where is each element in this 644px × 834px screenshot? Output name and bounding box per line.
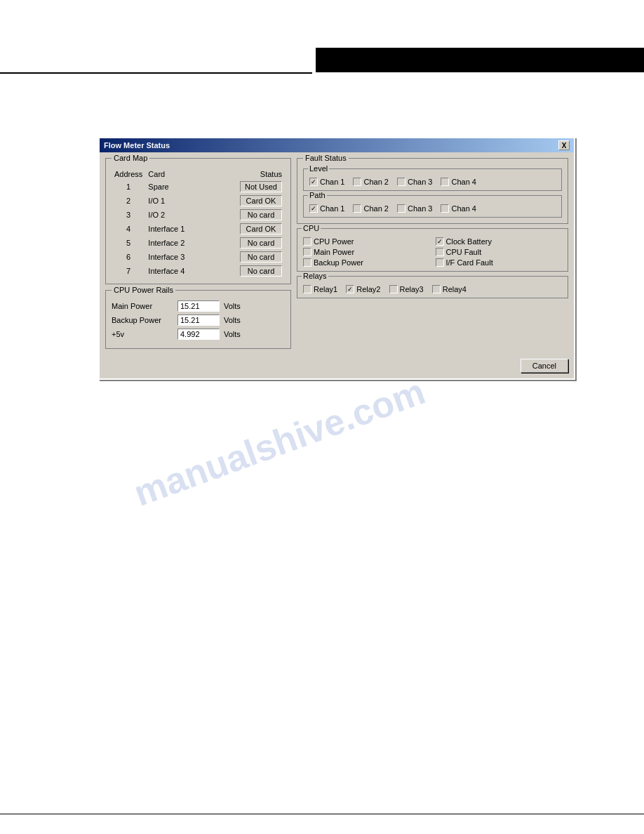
dialog-titlebar: Flow Meter Status X: [100, 138, 574, 152]
cpu-checkbox-item[interactable]: Backup Power: [303, 258, 430, 267]
card-address-1: 2: [112, 194, 145, 208]
card-name-2: I/O 2: [145, 208, 198, 222]
cpu-checkbox-4[interactable]: [303, 258, 311, 267]
chan-label-level-chan-row-3: Chan 4: [451, 178, 476, 186]
card-status-2: No card: [198, 208, 285, 222]
cpu-checkbox-0[interactable]: [303, 237, 311, 246]
table-row: 6 Interface 3 No card: [112, 250, 285, 264]
card-status-6: No card: [198, 264, 285, 278]
checkbox-path-chan-row-0[interactable]: [309, 204, 318, 213]
relay-checkbox-3[interactable]: [432, 285, 441, 293]
chan-label-path-chan-row-0: Chan 1: [320, 204, 344, 213]
checkbox-path-chan-row-1[interactable]: [353, 204, 361, 213]
cpu-checkbox-2[interactable]: [303, 248, 311, 256]
cpu-item-label-2: Main Power: [314, 248, 354, 256]
card-status-1: Card OK: [198, 194, 285, 208]
table-row: 3 I/O 2 No card: [112, 208, 285, 222]
power-unit-1: Volts: [224, 316, 241, 324]
checkbox-path-chan-row-3[interactable]: [441, 204, 449, 213]
cpu-section: CPU CPU Power Clock Battery Main Power C…: [297, 228, 568, 272]
cancel-button[interactable]: Cancel: [521, 359, 568, 373]
checkbox-level-chan-row-3[interactable]: [441, 178, 449, 186]
card-name-3: Interface 1: [145, 222, 198, 236]
chan-label-path-chan-row-2: Chan 3: [408, 204, 432, 213]
right-panel: Fault Status Level Chan 1 Chan 2 Chan 3 …: [297, 158, 568, 349]
dialog-close-button[interactable]: X: [558, 140, 570, 150]
relay-checkbox-item[interactable]: Relay2: [346, 285, 380, 293]
cpu-item-label-0: CPU Power: [314, 237, 354, 246]
checkbox-path-chan-row-2[interactable]: [397, 204, 405, 213]
chan-label-path-chan-row-1: Chan 2: [363, 204, 388, 213]
card-address-3: 4: [112, 222, 145, 236]
col-header-address: Address: [112, 168, 145, 180]
power-input-0[interactable]: [177, 300, 220, 312]
status-button-1: Card OK: [240, 195, 282, 206]
card-address-5: 6: [112, 250, 145, 264]
card-status-3: Card OK: [198, 222, 285, 236]
top-black-bar: [316, 48, 644, 72]
relay-label-0: Relay1: [314, 285, 337, 293]
col-header-status: Status: [198, 168, 285, 180]
relay-checkbox-item[interactable]: Relay1: [303, 285, 337, 293]
cpu-checkbox-item[interactable]: Clock Battery: [436, 237, 563, 246]
power-label-1: Backup Power: [112, 316, 175, 324]
chan-label-level-chan-row-1: Chan 2: [363, 178, 388, 186]
checkbox-item[interactable]: Chan 4: [441, 178, 476, 186]
dialog-title: Flow Meter Status: [104, 141, 170, 150]
checkbox-item[interactable]: Chan 1: [309, 178, 344, 186]
level-group: Level Chan 1 Chan 2 Chan 3 Chan 4: [303, 168, 562, 191]
checkbox-item[interactable]: Chan 2: [353, 178, 388, 186]
card-name-6: Interface 4: [145, 264, 198, 278]
cpu-item-label-5: I/F Card Fault: [446, 258, 493, 267]
relay-checkbox-2[interactable]: [389, 285, 398, 293]
col-header-card: Card: [145, 168, 198, 180]
power-input-2[interactable]: [177, 329, 220, 340]
fault-status-group: Fault Status Level Chan 1 Chan 2 Chan 3 …: [297, 158, 568, 224]
cpu-grid: CPU Power Clock Battery Main Power CPU F…: [303, 237, 562, 267]
card-name-5: Interface 3: [145, 250, 198, 264]
path-chan-row: Chan 1 Chan 2 Chan 3 Chan 4: [309, 204, 556, 213]
cpu-checkbox-5[interactable]: [436, 258, 444, 267]
relay-checkbox-1[interactable]: [346, 285, 354, 293]
cpu-item-label-1: Clock Battery: [446, 237, 492, 246]
checkbox-level-chan-row-2[interactable]: [397, 178, 405, 186]
cpu-checkbox-item[interactable]: Main Power: [303, 248, 430, 256]
checkbox-item[interactable]: Chan 1: [309, 204, 344, 213]
cpu-power-rails-group: CPU Power Rails Main Power Volts Backup …: [105, 290, 291, 349]
cpu-checkbox-item[interactable]: I/F Card Fault: [436, 258, 563, 267]
card-name-1: I/O 1: [145, 194, 198, 208]
card-name-4: Interface 2: [145, 236, 198, 250]
checkbox-item[interactable]: Chan 3: [397, 204, 432, 213]
checkbox-level-chan-row-1[interactable]: [353, 178, 361, 186]
power-label-2: +5v: [112, 330, 175, 338]
table-row: 7 Interface 4 No card: [112, 264, 285, 278]
top-line: [0, 72, 312, 74]
power-label-0: Main Power: [112, 302, 175, 310]
path-label: Path: [308, 191, 327, 199]
cpu-checkbox-1[interactable]: [436, 237, 444, 246]
relay-checkbox-0[interactable]: [303, 285, 311, 293]
flow-meter-dialog: Flow Meter Status X Card Map Address Car…: [98, 137, 575, 380]
relays-row: Relay1 Relay2 Relay3 Relay4: [303, 285, 562, 293]
cpu-checkbox-item[interactable]: CPU Power: [303, 237, 430, 246]
power-unit-0: Volts: [224, 302, 241, 310]
checkbox-item[interactable]: Chan 2: [353, 204, 388, 213]
status-button-3: Card OK: [240, 223, 282, 234]
relay-checkbox-item[interactable]: Relay4: [432, 285, 467, 293]
fault-status-label: Fault Status: [303, 154, 349, 162]
relays-group: Relays Relay1 Relay2 Relay3 Relay4: [297, 276, 568, 298]
relay-checkbox-item[interactable]: Relay3: [389, 285, 424, 293]
status-button-4: No card: [240, 237, 282, 249]
power-input-1[interactable]: [177, 315, 220, 326]
checkbox-item[interactable]: Chan 3: [397, 178, 432, 186]
checkbox-item[interactable]: Chan 4: [441, 204, 476, 213]
cpu-checkbox-3[interactable]: [436, 248, 444, 256]
level-chan-row: Chan 1 Chan 2 Chan 3 Chan 4: [309, 178, 556, 186]
card-map-label: Card Map: [112, 154, 149, 162]
relay-label-1: Relay2: [356, 285, 380, 293]
checkbox-level-chan-row-0[interactable]: [309, 178, 318, 186]
power-row: Backup Power Volts: [112, 315, 285, 326]
top-bar: [0, 0, 644, 77]
cpu-item-label-4: Backup Power: [314, 258, 363, 267]
cpu-checkbox-item[interactable]: CPU Fault: [436, 248, 563, 256]
